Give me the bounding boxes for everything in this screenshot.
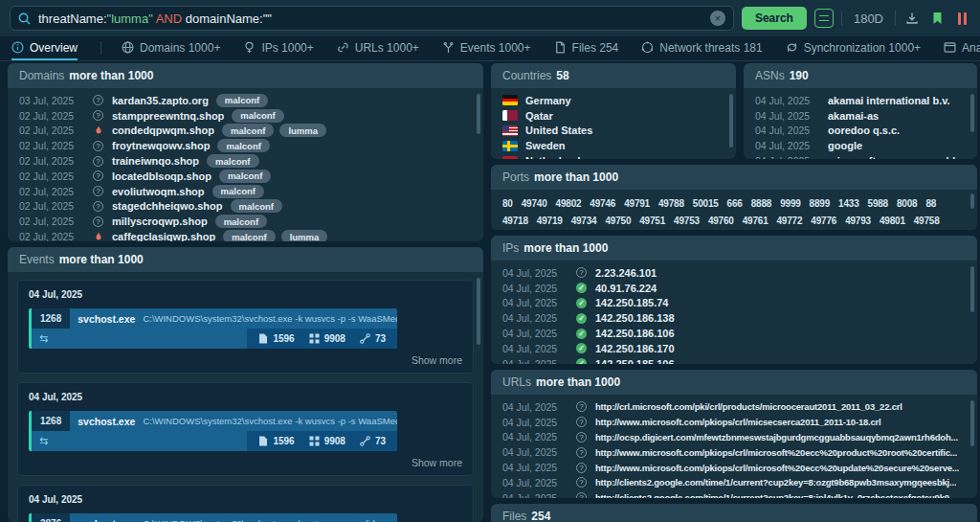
tag-badge[interactable]: malconf bbox=[217, 139, 269, 152]
url-row[interactable]: 04 Jul, 2025 http://www.microsoft.com/pk… bbox=[502, 444, 966, 460]
port-value[interactable]: 49761 bbox=[743, 216, 768, 226]
port-value[interactable]: 5988 bbox=[868, 198, 888, 209]
domain-row[interactable]: 02 Jul, 2025 condedqpwqm.shop malconflum… bbox=[19, 124, 472, 139]
asn-row[interactable]: 04 Jul, 2025 microsoft-corp-msn-as-block bbox=[755, 153, 966, 159]
event-card[interactable]: 04 Jul, 2025 2876 svchost.exe C:\WINDOWS… bbox=[17, 485, 474, 522]
port-value[interactable]: 49718 bbox=[502, 216, 528, 226]
ip-row[interactable]: 04 Jul, 2025 2.23.246.101 bbox=[502, 265, 966, 281]
download-icon[interactable] bbox=[903, 10, 921, 27]
event-card[interactable]: 04 Jul, 2025 1268 svchost.exe C:\WINDOWS… bbox=[17, 280, 474, 374]
port-value[interactable]: 49793 bbox=[845, 216, 871, 226]
process-row[interactable]: 2876 svchost.exe C:\WINDOWS\system32\svc… bbox=[29, 513, 397, 522]
show-more-link[interactable]: Show more bbox=[29, 457, 462, 468]
search-input[interactable]: threatName:"lumma" AND domainName:"" bbox=[10, 6, 734, 31]
show-more-link[interactable]: Show more bbox=[29, 354, 462, 366]
process-row[interactable]: 1268 svchost.exe C:\WINDOWS\system32\svc… bbox=[29, 308, 397, 349]
tag-badge[interactable]: malconf bbox=[222, 124, 274, 137]
tag-badge[interactable]: malconf bbox=[216, 94, 268, 107]
tag-badge[interactable]: malconf bbox=[212, 185, 264, 198]
port-value[interactable]: 50015 bbox=[693, 198, 719, 209]
scrollbar[interactable] bbox=[729, 94, 733, 148]
domain-row[interactable]: 02 Jul, 2025 stamppreewntnq.shop malconf bbox=[19, 108, 472, 124]
asn-row[interactable]: 04 Jul, 2025 ooredoo q.s.c. bbox=[755, 124, 966, 139]
tag-badge[interactable]: lumma bbox=[279, 124, 326, 137]
port-value[interactable]: 1433 bbox=[838, 198, 858, 209]
asn-row[interactable]: 04 Jul, 2025 akamai-as bbox=[755, 108, 966, 124]
port-value[interactable]: 49758 bbox=[914, 216, 940, 226]
url-row[interactable]: 04 Jul, 2025 http://clients2.google.com/… bbox=[502, 475, 966, 490]
url-row[interactable]: 04 Jul, 2025 http://www.microsoft.com/pk… bbox=[502, 460, 966, 475]
ip-row[interactable]: 04 Jul, 2025 142.250.186.138 bbox=[502, 310, 966, 326]
port-value[interactable]: 8899 bbox=[810, 198, 830, 209]
port-value[interactable]: 49776 bbox=[811, 216, 836, 226]
port-value[interactable]: 49746 bbox=[590, 198, 615, 209]
tag-badge[interactable]: malconf bbox=[215, 215, 267, 228]
domain-row[interactable]: 02 Jul, 2025 stagedchheiqwo.shop malconf bbox=[19, 199, 472, 215]
bookmark-icon[interactable] bbox=[928, 10, 946, 27]
tab[interactable]: Overview bbox=[11, 36, 78, 60]
country-row[interactable]: United States bbox=[502, 124, 724, 139]
port-value[interactable]: 666 bbox=[727, 198, 743, 209]
port-value[interactable]: 49719 bbox=[537, 216, 563, 226]
domain-row[interactable]: 02 Jul, 2025 locatedblsoqp.shop malconf bbox=[19, 169, 472, 184]
tag-badge[interactable]: malconf bbox=[223, 230, 275, 241]
url-row[interactable]: 04 Jul, 2025 http://ocsp.digicert.com/mf… bbox=[502, 430, 966, 445]
tab[interactable]: Synchronization 1000+ bbox=[786, 36, 921, 60]
ip-row[interactable]: 04 Jul, 2025 142.250.185.74 bbox=[502, 296, 966, 311]
asn-row[interactable]: 04 Jul, 2025 google bbox=[755, 138, 966, 153]
port-value[interactable]: 49801 bbox=[880, 216, 905, 226]
port-value[interactable]: 49788 bbox=[658, 198, 684, 209]
event-card[interactable]: 04 Jul, 2025 1268 svchost.exe C:\WINDOWS… bbox=[17, 382, 474, 476]
port-value[interactable]: 49740 bbox=[522, 198, 547, 209]
tag-badge[interactable]: lumma bbox=[281, 230, 328, 241]
url-row[interactable]: 04 Jul, 2025 http://clients2.google.com/… bbox=[502, 490, 966, 498]
query-templates-icon[interactable] bbox=[814, 9, 834, 28]
asn-row[interactable]: 04 Jul, 2025 akamai international b.v. bbox=[755, 93, 966, 108]
ip-row[interactable]: 04 Jul, 2025 142.250.186.106 bbox=[502, 326, 966, 341]
country-row[interactable]: Germany bbox=[502, 93, 724, 108]
domain-row[interactable]: 02 Jul, 2025 froytnewqowv.shop malconf bbox=[19, 138, 472, 153]
tab[interactable]: URLs 1000+ bbox=[337, 36, 419, 60]
scrollbar[interactable] bbox=[477, 94, 480, 134]
process-row[interactable]: 1268 svchost.exe C:\WINDOWS\system32\svc… bbox=[29, 411, 397, 451]
country-row[interactable]: Qatar bbox=[502, 108, 724, 124]
clear-search-icon[interactable] bbox=[710, 11, 725, 26]
pause-icon[interactable] bbox=[953, 10, 970, 27]
scrollbar[interactable] bbox=[970, 266, 974, 312]
scrollbar[interactable] bbox=[970, 400, 974, 446]
port-value[interactable]: 8888 bbox=[751, 198, 771, 209]
search-query[interactable]: threatName:"lumma" AND domainName:"" bbox=[38, 11, 702, 26]
port-value[interactable]: 9999 bbox=[780, 198, 800, 209]
time-range-selector[interactable]: 180D bbox=[850, 11, 887, 26]
tag-badge[interactable]: malconf bbox=[231, 199, 282, 213]
scrollbar[interactable] bbox=[970, 94, 974, 132]
search-button[interactable]: Search bbox=[742, 7, 807, 30]
tag-badge[interactable]: malconf bbox=[207, 154, 258, 168]
port-value[interactable]: 8008 bbox=[897, 198, 917, 209]
port-value[interactable]: 49750 bbox=[605, 216, 631, 226]
port-value[interactable]: 49802 bbox=[556, 198, 582, 209]
ip-row[interactable]: 04 Jul, 2025 142.250.185.106 bbox=[502, 356, 966, 364]
tab[interactable]: Domains 1000+ bbox=[100, 36, 220, 60]
domain-row[interactable]: 02 Jul, 2025 caffegclasiqwp.shop malconf… bbox=[19, 229, 472, 241]
url-row[interactable]: 04 Jul, 2025 http://www.microsoft.com/pk… bbox=[502, 415, 966, 430]
tab[interactable]: Network threats 181 bbox=[641, 36, 762, 60]
url-row[interactable]: 04 Jul, 2025 http://crl.microsoft.com/pk… bbox=[502, 399, 966, 415]
tag-badge[interactable]: malconf bbox=[232, 109, 283, 123]
tab[interactable]: Events 1000+ bbox=[442, 36, 531, 60]
domain-row[interactable]: 02 Jul, 2025 millyscroqwp.shop malconf bbox=[19, 214, 472, 229]
port-value[interactable]: 49760 bbox=[708, 216, 734, 226]
port-value[interactable]: 49772 bbox=[777, 216, 803, 226]
scrollbar[interactable] bbox=[477, 278, 480, 345]
port-value[interactable]: 80 bbox=[502, 198, 513, 209]
ip-row[interactable]: 04 Jul, 2025 142.250.186.170 bbox=[502, 341, 966, 356]
port-value[interactable]: 49791 bbox=[624, 198, 650, 209]
port-value[interactable]: 49734 bbox=[571, 216, 597, 226]
port-value[interactable]: 88 bbox=[925, 198, 936, 209]
tab[interactable]: Files 254 bbox=[554, 36, 619, 60]
port-value[interactable]: 49753 bbox=[674, 216, 700, 226]
tag-badge[interactable]: malconf bbox=[219, 170, 271, 183]
domain-row[interactable]: 02 Jul, 2025 evoliutwoqm.shop malconf bbox=[19, 184, 472, 199]
domain-row[interactable]: 03 Jul, 2025 kardan35.zapto.org malconf bbox=[19, 93, 472, 108]
tab[interactable]: IPs 1000+ bbox=[243, 36, 313, 60]
